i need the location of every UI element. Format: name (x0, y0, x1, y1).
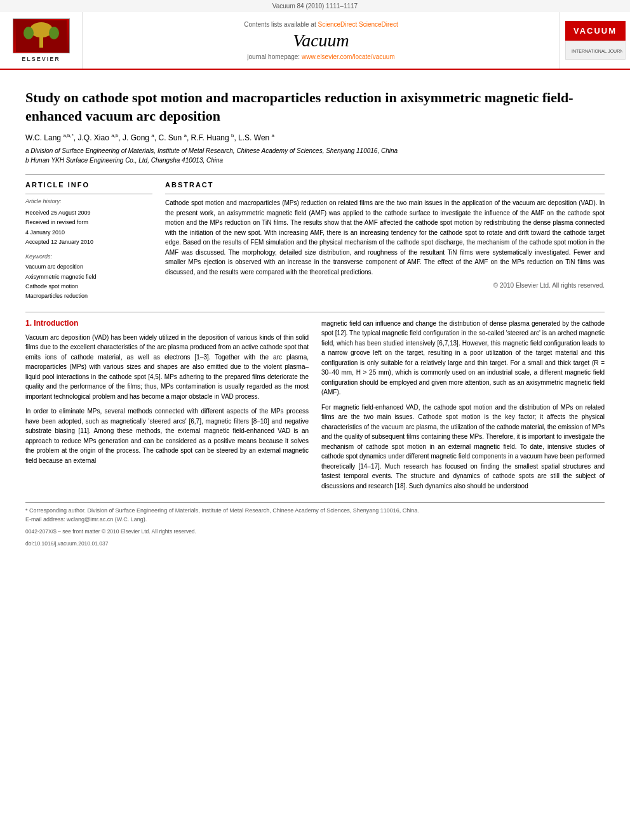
volume-info: Vacuum 84 (2010) 1111–1117 (0, 0, 630, 12)
intro-title: 1. Introduction (25, 319, 309, 328)
sciencedirect-link-text: ScienceDirect (359, 21, 398, 28)
elsevier-logo-image (13, 18, 70, 53)
journal-center: Contents lists available at ScienceDirec… (83, 12, 560, 69)
kw4: Macroparticles reduction (25, 291, 152, 301)
vacuum-logo: VACUUM (565, 21, 626, 41)
copyright-line: © 2010 Elsevier Ltd. All rights reserved… (165, 282, 605, 289)
sciencedirect-line: Contents lists available at ScienceDirec… (244, 21, 398, 28)
body-section: 1. Introduction Vacuum arc deposition (V… (25, 319, 605, 497)
article-info-abstract-section: ARTICLE INFO Article history: Received 2… (25, 181, 605, 301)
abstract-content: Cathode spot motion and macroparticles (… (165, 194, 605, 289)
journal-homepage: journal homepage: www.elsevier.com/locat… (247, 53, 394, 60)
footnote-section: * Corresponding author. Division of Surf… (25, 502, 605, 548)
kw3: Cathode spot motion (25, 282, 152, 291)
author-wc-lang: W.C. Lang (25, 133, 63, 142)
main-content: Study on cathode spot motion and macropa… (0, 70, 630, 561)
author-sup-a2: a,b (111, 133, 118, 138)
page: Vacuum 84 (2010) 1111–1117 ELSEVIER Cont… (0, 0, 630, 840)
body-right-col: magnetic field can influence and change … (321, 319, 605, 497)
journal-title-display: Vacuum (293, 30, 349, 51)
section-title-text: Introduction (34, 319, 78, 328)
article-info-column: ARTICLE INFO Article history: Received 2… (25, 181, 152, 301)
intro-para3: magnetic field can influence and change … (321, 319, 605, 397)
author-comma3: , C. Sun (154, 133, 184, 142)
doi-text: doi:10.1016/j.vacuum.2010.01.037 (25, 540, 108, 547)
accepted-date: Accepted 12 January 2010 (25, 237, 152, 247)
keywords-list: Vacuum arc deposition Axisymmetric magne… (25, 262, 152, 301)
journal-header: ELSEVIER Contents lists available at Sci… (0, 12, 630, 70)
author-sup-a5: a (272, 133, 274, 138)
abstract-column: ABSTRACT Cathode spot motion and macropa… (165, 181, 605, 301)
author-comma1: , J.Q. Xiao (74, 133, 111, 142)
keywords-section: Keywords: Vacuum arc deposition Axisymme… (25, 253, 152, 301)
contents-text: Contents lists available at (244, 21, 316, 28)
keywords-label: Keywords: (25, 253, 152, 260)
kw2: Axisymmetric magnetic field (25, 272, 152, 282)
footnote-corresponding: * Corresponding author. Division of Surf… (25, 507, 605, 516)
body-left-col: 1. Introduction Vacuum arc deposition (V… (25, 319, 309, 497)
received-revised-label: Received in revised form (25, 218, 152, 227)
volume-text: Vacuum 84 (2010) 1111–1117 (272, 3, 358, 10)
sciencedirect-link[interactable]: ScienceDirect (318, 21, 358, 28)
article-info-header: ARTICLE INFO (25, 181, 152, 189)
svg-text:INTERNATIONAL JOURNAL: INTERNATIONAL JOURNAL (572, 49, 622, 53)
elsevier-logo: ELSEVIER (0, 12, 83, 69)
author-comma2: , J. Gong (118, 133, 151, 142)
intro-para1: Vacuum arc deposition (VAD) has been wid… (25, 333, 309, 402)
issn-line: 0042-207X/$ – see front matter © 2010 El… (25, 528, 605, 536)
elsevier-label: ELSEVIER (22, 56, 60, 62)
doi-line: doi:10.1016/j.vacuum.2010.01.037 (25, 540, 605, 548)
author-sup-a1: a,b,* (63, 133, 73, 138)
svg-rect-2 (39, 36, 43, 48)
abstract-text: Cathode spot motion and macroparticles (… (165, 198, 605, 277)
svg-point-4 (49, 27, 59, 39)
revised-date: 4 January 2010 (25, 228, 152, 237)
article-dates: Received 25 August 2009 Received in revi… (25, 208, 152, 247)
intro-para2: In order to eliminate MPs, several metho… (25, 406, 309, 465)
footnote-email: E-mail address: wclang@imr.ac.cn (W.C. L… (25, 516, 605, 524)
authors-line: W.C. Lang a,b,*, J.Q. Xiao a,b, J. Gong … (25, 133, 605, 142)
author-comma5: , L.S. Wen (234, 133, 271, 142)
issn-text: 0042-207X/$ – see front matter © 2010 El… (25, 528, 196, 535)
homepage-label: journal homepage: (247, 53, 302, 60)
abstract-header: ABSTRACT (165, 181, 605, 189)
author-comma4: , R.F. Huang (187, 133, 231, 142)
vacuum-logo-box: VACUUM INTERNATIONAL JOURNAL (560, 12, 630, 69)
article-title: Study on cathode spot motion and macropa… (25, 89, 605, 125)
affiliations: a Division of Surface Engineering of Mat… (25, 146, 605, 165)
article-info-content: Article history: Received 25 August 2009… (25, 194, 152, 301)
affiliation-b: b Hunan YKH Surface Engineering Co., Ltd… (25, 156, 605, 165)
article-history-label: Article history: (25, 198, 152, 204)
intro-para4: For magnetic field-enhanced VAD, the cat… (321, 403, 605, 491)
divider-2 (25, 312, 605, 312)
divider-1 (25, 174, 605, 175)
affiliation-a: a Division of Surface Engineering of Mat… (25, 146, 605, 156)
received-date: Received 25 August 2009 (25, 208, 152, 218)
vacuum-logo-bottom: INTERNATIONAL JOURNAL (565, 41, 626, 60)
vacuum-logo-label: VACUUM (573, 26, 618, 36)
homepage-link[interactable]: www.elsevier.com/locate/vacuum (302, 53, 395, 60)
section-number: 1. (25, 319, 32, 328)
kw1: Vacuum arc deposition (25, 262, 152, 272)
svg-point-3 (23, 27, 34, 39)
